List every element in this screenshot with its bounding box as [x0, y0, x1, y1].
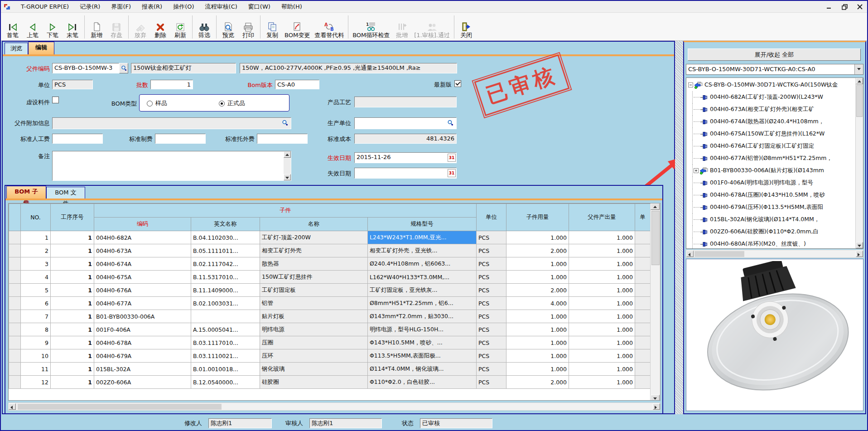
tab-browse[interactable]: 浏览	[5, 43, 28, 54]
cell-no[interactable]: 5	[21, 284, 51, 297]
view-substitute-button[interactable]: AB查看替代料	[312, 14, 346, 40]
cell-no[interactable]: 10	[21, 349, 51, 363]
cell-en-name[interactable]: B.11.5317010...	[191, 271, 260, 284]
scroll-up-icon[interactable]	[284, 151, 291, 158]
cell-extra[interactable]	[635, 376, 651, 389]
cell-spec[interactable]: Ø8mm*H51*T2.25mm，铝6...	[368, 297, 477, 310]
row-selector-cell[interactable]	[9, 297, 21, 310]
cell-spec[interactable]: Ø143mm*T2.0mm，贴3030...	[368, 310, 477, 323]
menu-window[interactable]: 窗口(W)	[243, 1, 276, 13]
cell-extra[interactable]	[635, 363, 651, 376]
cell-spec[interactable]: L162*W40*H133*T3.0MM,...	[368, 271, 477, 284]
cell-unit[interactable]: PCS	[477, 297, 506, 310]
menu-operate[interactable]: 操作(O)	[168, 1, 199, 13]
latest-version-checkbox[interactable]	[454, 80, 461, 87]
cell-parent-qty[interactable]: 1.000	[569, 271, 635, 284]
cell-unit[interactable]: PCS	[477, 349, 506, 363]
cell-seq[interactable]: 1	[51, 336, 94, 349]
row-selector-cell[interactable]	[9, 376, 21, 389]
tree-expand-icon[interactable]	[688, 82, 693, 87]
cell-seq[interactable]: 1	[51, 349, 94, 363]
menu-app[interactable]: T-GROUP ERP(E)	[15, 1, 74, 13]
approve-pass-button[interactable]: [1.审核].通过	[412, 14, 452, 40]
cell-extra[interactable]	[635, 257, 651, 271]
grid-vscroll-thumb[interactable]	[651, 211, 660, 265]
cell-unit[interactable]: PCS	[477, 323, 506, 336]
cell-seq[interactable]: 1	[51, 271, 94, 284]
col-en-name-header[interactable]: 英文名称	[191, 218, 260, 231]
tree-item[interactable]: 004H0-673A(相变工矿灯外壳)(相变工矿	[688, 103, 863, 116]
cell-en-name[interactable]: B.11.1409000...	[191, 284, 260, 297]
cell-code[interactable]: 004H0-677A	[94, 297, 191, 310]
cell-extra[interactable]	[635, 231, 651, 244]
cell-no[interactable]: 11	[21, 363, 51, 376]
batch-add-button[interactable]: 批增	[392, 14, 412, 40]
cell-en-name[interactable]: B.03.1117010...	[191, 336, 260, 349]
cell-en-name[interactable]: B.02.1003031...	[191, 297, 260, 310]
std-mfg-input[interactable]	[155, 134, 206, 144]
cell-seq[interactable]: 1	[51, 323, 94, 336]
cell-parent-qty[interactable]: 1.000	[569, 244, 635, 257]
cell-no[interactable]: 9	[21, 336, 51, 349]
batch-input[interactable]: 1	[150, 80, 193, 89]
row-selector-cell[interactable]	[9, 257, 21, 271]
cell-no[interactable]: 2	[21, 244, 51, 257]
cell-spec[interactable]: Φ113.5*H5MM,表面阳极...	[368, 349, 477, 363]
menu-report[interactable]: 报表(R)	[136, 1, 168, 13]
cell-seq[interactable]: 1	[51, 257, 94, 271]
cell-name[interactable]: 工矿灯固定板	[260, 284, 368, 297]
tree-item[interactable]: 004H0-679A(压环)(Φ113.5*H5MM,表面阳	[688, 201, 863, 213]
table-row[interactable]: 12 1 002Z0-606A B.12.0540000... 硅胶圈 Φ110…	[9, 376, 651, 389]
cell-spec[interactable]: 相变工矿灯外壳，亚光铁...	[368, 244, 477, 257]
bom-type-sample-radio[interactable]: 样品	[147, 99, 167, 107]
tree-horizontal-scrollbar[interactable]	[686, 250, 863, 258]
grid-scroll-down-icon[interactable]	[651, 395, 660, 401]
copy-button[interactable]: 复制	[262, 14, 282, 40]
cell-extra[interactable]	[635, 323, 651, 336]
std-labor-input[interactable]	[52, 134, 103, 144]
tab-bom-children[interactable]: BOM 子件	[6, 186, 46, 199]
cell-name[interactable]: 钢化玻璃	[260, 363, 368, 376]
cell-name[interactable]: 压环	[260, 349, 368, 363]
cell-name[interactable]: 工矿灯-顶盖-200W	[260, 231, 368, 244]
remark-textarea[interactable]	[52, 151, 291, 181]
tree-scroll-right-icon[interactable]	[856, 251, 863, 257]
cell-unit[interactable]: PCS	[477, 284, 506, 297]
tree-scroll-left-icon[interactable]	[686, 251, 694, 257]
tree-item[interactable]: 004H0-675A(150W工矿灯悬挂件)(L162*W	[688, 128, 863, 140]
cell-spec[interactable]: Ø240.4*H108mm，铝6063...	[368, 257, 477, 271]
cell-name[interactable]: 150W工矿灯悬挂件	[260, 271, 368, 284]
add-button[interactable]: 新增	[87, 14, 106, 40]
cell-extra[interactable]	[635, 336, 651, 349]
cell-qty[interactable]: 1.000	[506, 363, 569, 376]
tree-vscroll-thumb[interactable]	[856, 85, 863, 117]
cell-code[interactable]: 004H0-673A	[94, 244, 191, 257]
cell-parent-qty[interactable]: 1.000	[569, 336, 635, 349]
cell-no[interactable]: 7	[21, 310, 51, 323]
cell-name[interactable]: 硅胶圈	[260, 376, 368, 389]
cell-code[interactable]: 015BL-302A	[94, 363, 191, 376]
expand-collapse-all-button[interactable]: 展开/收起 全部	[688, 48, 861, 61]
grid-hscroll-thumb[interactable]	[18, 404, 222, 410]
cell-code[interactable]: 004H0-674A	[94, 257, 191, 271]
refresh-button[interactable]: 刷新	[170, 14, 190, 40]
col-name-header[interactable]: 名称	[260, 218, 368, 231]
cell-seq[interactable]: 1	[51, 244, 94, 257]
cell-extra[interactable]	[635, 310, 651, 323]
scroll-down-icon[interactable]	[284, 174, 291, 180]
cell-spec[interactable]: Φ143*H10.5MM，喷砂、...	[368, 336, 477, 349]
cell-no[interactable]: 12	[21, 376, 51, 389]
menu-record[interactable]: 记录(R)	[74, 1, 106, 13]
cell-seq[interactable]: 1	[51, 297, 94, 310]
cell-seq[interactable]: 1	[51, 376, 94, 389]
menu-workflow[interactable]: 流程审核(C)	[200, 1, 243, 13]
tree-item[interactable]: 001F0-406A(明纬电源)(明纬电源，型号	[688, 177, 863, 189]
table-row[interactable]: 4 1 004H0-675A B.11.5317010... 150W工矿灯悬挂…	[9, 271, 651, 284]
cell-parent-qty[interactable]: 1.000	[569, 284, 635, 297]
cell-parent-qty[interactable]: 1.000	[569, 349, 635, 363]
cell-code[interactable]: 001F0-406A	[94, 323, 191, 336]
discard-button[interactable]: 放弃	[130, 14, 150, 40]
cell-qty[interactable]: 1.000	[506, 231, 569, 244]
grid-horizontal-scrollbar[interactable]	[8, 402, 661, 411]
cell-unit[interactable]: PCS	[477, 231, 506, 244]
